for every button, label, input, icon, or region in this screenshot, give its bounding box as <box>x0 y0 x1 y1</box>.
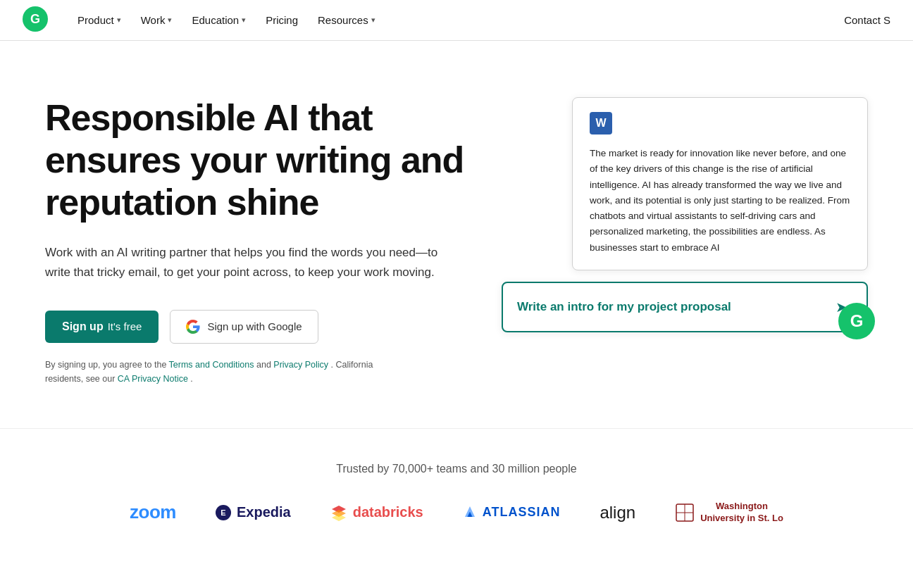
hero-subtext: Work with an AI writing partner that hel… <box>45 243 440 281</box>
atlassian-icon <box>463 506 477 520</box>
nav-right: Contact S <box>844 14 890 26</box>
hero-section: Responsible AI that ensures your writing… <box>0 41 913 428</box>
hero-headline: Responsible AI that ensures your writing… <box>45 97 482 223</box>
svg-text:E: E <box>221 508 225 517</box>
align-logo: align <box>600 503 635 523</box>
word-icon: W <box>590 112 612 135</box>
terms-link[interactable]: Terms and Conditions <box>169 360 254 370</box>
chevron-down-icon: ▾ <box>168 15 172 25</box>
fine-print: By signing up, you agree to the Terms an… <box>45 358 411 386</box>
washington-logo: Washington University in St. Lo <box>675 501 783 525</box>
navbar: G Product ▾ Work ▾ Education ▾ Pricing R… <box>0 0 913 41</box>
hero-left: Responsible AI that ensures your writing… <box>45 97 482 386</box>
contact-link[interactable]: Contact S <box>844 14 890 26</box>
signup-label: Sign up <box>62 320 104 333</box>
doc-text: The market is ready for innovation like … <box>590 146 850 256</box>
hero-right: W The market is ready for innovation lik… <box>510 97 868 332</box>
zoom-logo: zoom <box>130 501 176 523</box>
signup-button[interactable]: Sign up It's free <box>45 311 159 343</box>
chevron-down-icon: ▾ <box>117 15 121 25</box>
chevron-down-icon: ▾ <box>371 15 375 25</box>
svg-text:G: G <box>30 12 40 26</box>
prompt-box[interactable]: Write an intro for my project proposal ➤ <box>502 282 868 332</box>
atlassian-logo: ATLASSIAN <box>463 505 561 520</box>
chevron-down-icon: ▾ <box>242 15 246 25</box>
hero-cta-row: Sign up It's free Sign up with Google <box>45 310 482 344</box>
expedia-logo: E Expedia <box>216 504 291 520</box>
nav-product[interactable]: Product ▾ <box>70 10 128 30</box>
trusted-text: Trusted by 70,000+ teams and 30 million … <box>45 463 868 475</box>
nav-education[interactable]: Education ▾ <box>185 10 253 30</box>
doc-card-header: W <box>590 112 850 135</box>
nav-work[interactable]: Work ▾ <box>134 10 180 30</box>
google-signup-label: Sign up with Google <box>207 320 302 332</box>
nav-left: G Product ▾ Work ▾ Education ▾ Pricing R… <box>23 6 383 35</box>
document-card: W The market is ready for innovation lik… <box>572 97 868 270</box>
grammarly-bubble: G <box>838 303 875 339</box>
signup-free-label: It's free <box>108 320 142 332</box>
logos-row: zoom E Expedia databricks A <box>45 501 868 525</box>
privacy-link[interactable]: Privacy Policy <box>273 360 328 370</box>
ca-privacy-link[interactable]: CA Privacy Notice <box>118 374 188 384</box>
nav-resources[interactable]: Resources ▾ <box>311 10 383 30</box>
databricks-logo: databricks <box>330 504 423 521</box>
washington-crest-icon <box>675 503 695 523</box>
google-icon <box>186 320 200 334</box>
grammarly-logo[interactable]: G <box>23 6 48 35</box>
expedia-icon: E <box>216 505 231 520</box>
signup-google-button[interactable]: Sign up with Google <box>170 310 318 344</box>
trusted-section: Trusted by 70,000+ teams and 30 million … <box>0 428 913 553</box>
svg-marker-6 <box>332 514 346 521</box>
databricks-icon <box>330 504 347 521</box>
nav-pricing[interactable]: Pricing <box>259 10 305 30</box>
prompt-text: Write an intro for my project proposal <box>517 300 731 314</box>
